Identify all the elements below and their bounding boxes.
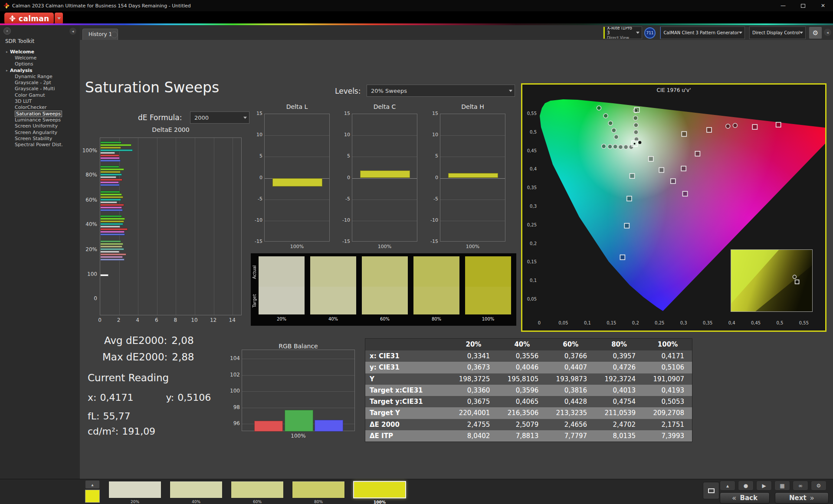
axis-tick-label: -10 [421, 217, 438, 223]
delta-c-chart: Delta C 151050-5-10-15 100% [333, 103, 418, 255]
axis-tick-label: 0,5 [777, 321, 784, 325]
patch-swatch-100[interactable]: 100% [353, 481, 406, 498]
meter-selector[interactable]: X-Rite i1Pro 3 Direct View [603, 26, 642, 39]
cdm2-reading: cd/m²: 191,09 [88, 426, 155, 437]
sidebar-item-options[interactable]: Options [0, 61, 80, 67]
swatch-level-label: 100% [465, 317, 511, 321]
sidebar-item-luminance-sweeps[interactable]: Luminance Sweeps [0, 117, 80, 123]
maximize-button[interactable] [793, 0, 813, 11]
chevron-down-icon [57, 17, 61, 20]
pattern-window-button[interactable] [703, 482, 719, 499]
pattern-generator-selector[interactable]: CalMAN Client 3 Pattern Generator [660, 26, 745, 39]
sidebar-label: Screen Angularity [15, 130, 57, 135]
rgb-plot [242, 350, 355, 431]
gridline [440, 178, 505, 179]
patch-swatch-80[interactable]: 80% [292, 481, 345, 498]
measured-point [618, 145, 623, 149]
patch-swatch-40[interactable]: 40% [170, 481, 223, 498]
meter-count-badge: 711 [644, 27, 656, 39]
patch-swatch-label: 80% [292, 500, 344, 504]
close-button[interactable]: ✕ [813, 0, 833, 11]
measured-point [612, 128, 616, 132]
play-icon: ▶ [762, 483, 766, 489]
sidebar-item-3d-lut[interactable]: 3D LUT [0, 98, 80, 104]
table-row: x: CIE310,33410,35560,37660,39570,4171 [365, 350, 692, 362]
sidebar-item-screen-angularity[interactable]: Screen Angularity [0, 129, 80, 135]
sidebar-item-color-gamut[interactable]: Color Gamut [0, 92, 80, 98]
gridline [176, 138, 176, 315]
max-de-value: 2,88 [172, 351, 194, 363]
play-button[interactable]: ▶ [756, 481, 772, 491]
logo-menu-button[interactable] [55, 13, 63, 24]
target-swatch [362, 287, 408, 314]
sidebar-item-colorchecker[interactable]: ColorChecker [0, 105, 80, 111]
actual-swatch [259, 256, 305, 287]
history-extra-button[interactable] [111, 32, 118, 38]
pattern-button[interactable]: ▦ [774, 481, 790, 491]
delta-bar [272, 178, 322, 187]
link-button[interactable]: ∞ [793, 481, 808, 491]
calman-pinwheel-icon [9, 15, 16, 22]
axis-tick-label: -15 [333, 239, 350, 244]
double-chevron-right-icon: » [810, 494, 814, 502]
display-control-selector[interactable]: Direct Display Control [749, 26, 806, 39]
sidebar-item-welcome[interactable]: Welcome [0, 55, 80, 61]
deltae-bar [100, 193, 122, 196]
axis-tick-label: 98 [221, 404, 240, 410]
levels-select[interactable]: 20% Sweeps [367, 85, 515, 97]
settings-button[interactable]: ⚙ [809, 26, 822, 39]
table-row-label: y: CIE31 [365, 362, 449, 373]
back-label: Back [740, 494, 757, 502]
patch-swatch-label: 20% [109, 500, 161, 504]
deltae-bar [100, 253, 126, 255]
de-formula-select[interactable]: 2000 [190, 111, 249, 124]
sidebar-item-dynamic-range[interactable]: Dynamic Range [0, 73, 80, 79]
eject-button[interactable]: ▴ [720, 481, 735, 491]
sidebar-item-screen-uniformity[interactable]: Screen Uniformity [0, 123, 80, 129]
axis-tick-label: 0,4 [728, 321, 735, 325]
settings-button[interactable]: ⚙ [811, 481, 826, 491]
measured-point [634, 130, 638, 134]
cdm2-label: cd/m²: [88, 426, 118, 437]
table-cell: 0,3360 [449, 385, 498, 396]
axis-tick-label: 100% [65, 147, 97, 154]
gridline [440, 221, 505, 221]
record-button[interactable]: ● [738, 481, 754, 491]
back-button[interactable]: « Back [720, 492, 770, 504]
sidebar-item-saturation-sweeps[interactable]: Saturation Sweeps [0, 111, 80, 117]
patch-comparison-panel: Actual Target 20%40%60%80%100% [251, 253, 516, 326]
sidebar-collapse-button[interactable]: ◂ [69, 28, 76, 35]
sidebar-item-grayscale-multi[interactable]: Grayscale - Multi [0, 86, 80, 92]
deltae-bar [100, 199, 121, 201]
calman-logo: calman [4, 13, 63, 24]
collapse-meter-bar-button[interactable]: ◂ [824, 29, 831, 36]
next-button[interactable]: Next » [775, 492, 829, 504]
axis-tick-label: 12 [208, 317, 219, 323]
delta-c-y-axis: 151050-5-10-15 [333, 114, 350, 242]
sidebar-category-analysis[interactable]: Analysis [0, 67, 80, 73]
axis-tick-label: 10 [189, 317, 200, 323]
current-reading-dot [638, 141, 641, 144]
sidebar-menu-button[interactable] [3, 27, 11, 35]
sidebar-item-grayscale-2pt[interactable]: Grayscale - 2pt [0, 79, 80, 85]
target-point [627, 196, 632, 201]
axis-tick-label: 0,3 [680, 321, 687, 325]
gridline [265, 200, 329, 200]
deltae-bar [100, 141, 121, 144]
sidebar-category-welcome[interactable]: Welcome [0, 49, 80, 55]
table-row: Y198,3725195,8105193,9873192,3724191,090… [365, 373, 692, 385]
axis-tick-label: -5 [421, 196, 438, 202]
table-cell: 209,2708 [643, 407, 692, 419]
patch-up-button[interactable]: ▴ [85, 480, 100, 489]
patch-swatch-60[interactable]: 60% [231, 481, 284, 498]
rgb-y-axis: 1041021009896 [221, 350, 240, 431]
deltae-bar [100, 231, 125, 233]
deltae-bar [100, 168, 124, 170]
axis-tick-label: 0,25 [527, 223, 537, 227]
chevron-down-icon [636, 32, 640, 34]
axis-tick-label: 60% [65, 197, 97, 203]
axis-tick-label: 5 [246, 153, 262, 159]
minimize-button[interactable]: — [773, 0, 793, 11]
patch-swatch-20[interactable]: 20% [108, 481, 161, 498]
restore-icon [801, 4, 805, 8]
